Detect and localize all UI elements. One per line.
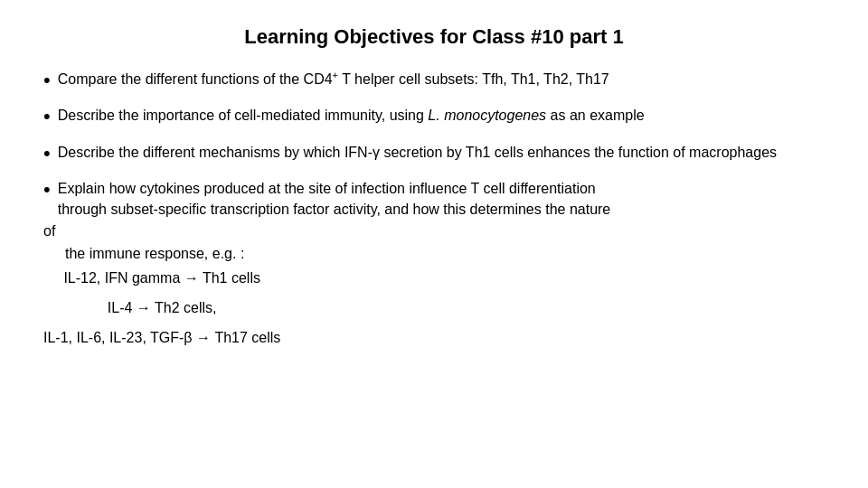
bullet1-text-after: T helper cell subsets: Tfh, Th1, Th2, Th…	[338, 71, 609, 87]
bullet2-text-after: as an example	[546, 108, 645, 123]
bullet-text-1: Compare the different functions of the C…	[58, 69, 825, 90]
bullet4-line3: the immune response, e.g. :	[65, 243, 244, 264]
bullet-dot-1: •	[43, 69, 51, 92]
bullet4-line2: through subset-specific transcription fa…	[58, 202, 611, 217]
cytokine-lines: IL-12, IFN gamma → Th1 cells IL-4 → Th2 …	[43, 267, 280, 349]
bullet-text-2: Describe the importance of cell-mediated…	[58, 105, 825, 126]
cytokine-line-2: IL-4 → Th2 cells,	[43, 297, 280, 318]
bullet-item-4: • Explain how cytokines produced at the …	[43, 178, 825, 348]
cytokine-line-1: IL-12, IFN gamma → Th1 cells	[43, 267, 280, 288]
bullet-item-2: • Describe the importance of cell-mediat…	[43, 105, 825, 128]
content-area: • Compare the different functions of the…	[43, 69, 825, 348]
bullet4-line1: Explain how cytokines produced at the si…	[58, 181, 596, 196]
cytokine-line-3: IL-1, IL-6, IL-23, TGF-β → Th17 cells	[43, 327, 280, 348]
bullet-text-3: Describe the different mechanisms by whi…	[58, 142, 825, 163]
bullet-item-1: • Compare the different functions of the…	[43, 69, 825, 92]
page-container: Learning Objectives for Class #10 part 1…	[0, 0, 868, 488]
page-title: Learning Objectives for Class #10 part 1	[43, 25, 825, 49]
bullet-dot-2: •	[43, 105, 51, 128]
bullet2-text-before: Describe the importance of cell-mediated…	[58, 108, 429, 123]
bullet-text-4: Explain how cytokines produced at the si…	[58, 178, 611, 220]
bullet-dot-3: •	[43, 142, 51, 165]
bullet2-italic: L. monocytogenes	[428, 108, 546, 123]
bullet1-text-before: Compare the different functions of the C…	[58, 71, 333, 87]
bullet4-of: of	[43, 221, 55, 241]
bullet-item-3: • Describe the different mechanisms by w…	[43, 142, 825, 165]
bullet-dot-4: •	[43, 178, 51, 202]
